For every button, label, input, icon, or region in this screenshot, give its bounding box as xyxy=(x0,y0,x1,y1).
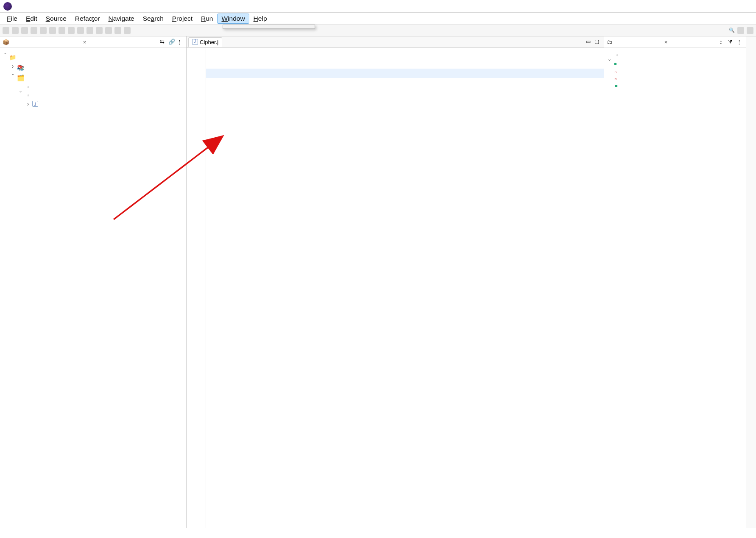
package-icon: ▫️ xyxy=(614,50,620,57)
project-node[interactable]: ˅ xyxy=(3,50,184,61)
menu-refactor[interactable]: Refactor xyxy=(71,14,104,24)
open-perspective-icon[interactable] xyxy=(737,27,744,34)
link-editor-icon[interactable]: 🔗 xyxy=(168,39,175,45)
code-editor[interactable] xyxy=(187,48,604,528)
package-icon: ▫️ xyxy=(25,90,31,97)
filter-icon[interactable]: ⧩ xyxy=(728,39,735,45)
jre-library-node[interactable]: › 📚 xyxy=(3,61,184,72)
java-perspective-icon[interactable] xyxy=(747,27,753,34)
status-writable xyxy=(331,528,345,538)
method-static-icon: ● xyxy=(614,81,621,88)
right-toolbar-strip xyxy=(746,36,756,528)
collapse-all-icon[interactable]: ⇆ xyxy=(160,39,167,45)
default-package-node[interactable]: ▫️ xyxy=(3,82,184,89)
close-icon[interactable]: × xyxy=(663,39,669,45)
code-body[interactable] xyxy=(206,48,604,528)
window-menu-dropdown[interactable] xyxy=(223,25,315,29)
outline-tree[interactable]: ▫️ ˅ ● ▫ ▫ ● xyxy=(604,48,746,90)
outline-member[interactable]: ▫ xyxy=(607,74,743,81)
view-menu-icon[interactable]: ⋮ xyxy=(736,39,743,45)
outline-header: 🗂 × ↕ ⧩ ⋮ xyxy=(604,36,746,48)
java-file-icon xyxy=(32,101,38,107)
menu-source[interactable]: Source xyxy=(42,14,71,24)
field-static-icon: ▫ xyxy=(614,67,621,74)
toolbar-icon[interactable] xyxy=(12,27,19,34)
outline-package[interactable]: ▫️ xyxy=(607,50,743,57)
package-explorer-panel: 📦 × ⇆ 🔗 ⋮ ˅ › 📚 ˅ 🗂️ xyxy=(0,36,187,528)
package-explorer-icon: 📦 xyxy=(3,39,9,45)
toolbar-icon[interactable] xyxy=(3,27,9,34)
menu-project[interactable]: Project xyxy=(168,14,197,24)
java-file-node[interactable]: › xyxy=(3,99,184,109)
outline-icon: 🗂 xyxy=(607,39,612,45)
view-menu-icon[interactable]: ⋮ xyxy=(177,39,184,45)
menu-file[interactable]: File xyxy=(3,14,22,24)
status-bar xyxy=(0,528,756,538)
menu-window[interactable]: Window xyxy=(217,14,249,24)
window-controls xyxy=(725,5,755,8)
field-static-icon: ▫ xyxy=(614,74,621,81)
toolbar-icon[interactable] xyxy=(21,27,28,34)
caret-down-icon[interactable]: ˅ xyxy=(18,89,23,99)
status-insert-mode xyxy=(345,528,359,538)
library-icon: 📚 xyxy=(17,63,24,69)
caret-down-icon[interactable]: ˅ xyxy=(607,57,612,67)
src-folder-node[interactable]: ˅ 🗂️ xyxy=(3,71,184,82)
outline-member[interactable]: ▫ xyxy=(607,67,743,74)
menu-search[interactable]: Search xyxy=(139,14,168,24)
toolbar-icon[interactable] xyxy=(114,27,121,34)
toolbar-icon[interactable] xyxy=(49,27,56,34)
toolbar-icon[interactable] xyxy=(96,27,103,34)
toolbar-icon[interactable] xyxy=(31,27,37,34)
package-explorer-tree[interactable]: ˅ › 📚 ˅ 🗂️ ▫️ ˅ ▫️ xyxy=(0,48,186,112)
caret-right-icon[interactable]: › xyxy=(25,99,31,109)
outline-panel: 🗂 × ↕ ⧩ ⋮ ▫️ ˅ ● ▫ ▫ xyxy=(604,36,746,528)
caret-right-icon[interactable]: › xyxy=(10,61,15,72)
toolbar-icon[interactable] xyxy=(77,27,84,34)
eclipse-logo-icon xyxy=(3,2,12,11)
source-folder-icon: 🗂️ xyxy=(17,73,24,80)
editor-tabbar: Cipher.j ▭ ▢ xyxy=(187,36,604,48)
toolbar-icon[interactable] xyxy=(86,27,93,34)
menu-run[interactable]: Run xyxy=(197,14,217,24)
toolbar-icon[interactable] xyxy=(40,27,47,34)
sort-icon[interactable]: ↕ xyxy=(720,39,726,45)
toolbar-icon[interactable] xyxy=(68,27,75,34)
toolbar-icon[interactable] xyxy=(105,27,112,34)
close-icon[interactable]: × xyxy=(82,39,88,45)
menubar: File Edit Source Refactor Navigate Searc… xyxy=(0,13,756,25)
menu-edit[interactable]: Edit xyxy=(22,14,42,24)
menu-help[interactable]: Help xyxy=(249,14,271,24)
menu-navigate[interactable]: Navigate xyxy=(104,14,138,24)
maximize-view-icon[interactable]: ▢ xyxy=(594,39,601,45)
titlebar xyxy=(0,0,756,13)
package-node[interactable]: ˅ ▫️ xyxy=(3,89,184,99)
java-file-icon xyxy=(192,39,198,45)
editor-tab-label: Cipher.j xyxy=(200,39,218,45)
minimize-view-icon[interactable]: ▭ xyxy=(586,39,593,45)
search-icon[interactable]: 🔍 xyxy=(729,28,735,33)
toolbar-icon[interactable] xyxy=(124,27,131,34)
editor-tab[interactable]: Cipher.j xyxy=(188,37,222,47)
line-number-gutter xyxy=(187,48,206,528)
status-cursor-position xyxy=(359,528,373,538)
package-icon: ▫️ xyxy=(25,82,31,89)
class-icon: ● xyxy=(614,59,620,66)
package-explorer-header: 📦 × ⇆ 🔗 ⋮ xyxy=(0,36,186,48)
caret-down-icon[interactable]: ˅ xyxy=(10,71,15,82)
outline-class[interactable]: ˅ ● xyxy=(607,57,743,67)
outline-member[interactable]: ● xyxy=(607,81,743,88)
caret-down-icon[interactable]: ˅ xyxy=(3,50,8,61)
toolbar-icon[interactable] xyxy=(59,27,65,34)
project-icon xyxy=(9,52,16,59)
workarea: 📦 × ⇆ 🔗 ⋮ ˅ › 📚 ˅ 🗂️ xyxy=(0,36,756,528)
main-toolbar: 🔍 xyxy=(0,25,756,36)
editor-area: Cipher.j ▭ ▢ xyxy=(187,36,604,528)
